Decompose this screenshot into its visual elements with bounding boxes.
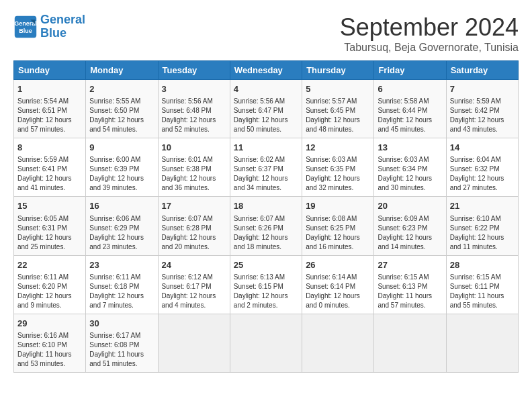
- day-info: Sunrise: 5:59 AM Sunset: 6:42 PM Dayligh…: [450, 97, 515, 134]
- calendar-cell: 2Sunrise: 5:55 AM Sunset: 6:50 PM Daylig…: [86, 80, 158, 138]
- calendar-cell: 14Sunrise: 6:04 AM Sunset: 6:32 PM Dayli…: [446, 138, 518, 197]
- calendar-cell: 8Sunrise: 5:59 AM Sunset: 6:41 PM Daylig…: [14, 138, 86, 197]
- calendar-cell: 4Sunrise: 5:56 AM Sunset: 6:47 PM Daylig…: [230, 80, 302, 138]
- day-info: Sunrise: 6:02 AM Sunset: 6:37 PM Dayligh…: [234, 155, 298, 193]
- day-info: Sunrise: 6:10 AM Sunset: 6:22 PM Dayligh…: [450, 214, 515, 252]
- day-number: 16: [89, 200, 154, 212]
- calendar-cell: 11Sunrise: 6:02 AM Sunset: 6:37 PM Dayli…: [230, 138, 302, 197]
- day-info: Sunrise: 6:09 AM Sunset: 6:23 PM Dayligh…: [378, 214, 442, 252]
- calendar-cell: 25Sunrise: 6:13 AM Sunset: 6:15 PM Dayli…: [230, 255, 302, 314]
- day-info: Sunrise: 6:07 AM Sunset: 6:28 PM Dayligh…: [162, 214, 226, 252]
- day-number: 18: [234, 200, 298, 212]
- calendar-cell: 20Sunrise: 6:09 AM Sunset: 6:23 PM Dayli…: [374, 197, 446, 255]
- day-info: Sunrise: 6:01 AM Sunset: 6:38 PM Dayligh…: [162, 155, 226, 193]
- calendar-cell: 29Sunrise: 6:16 AM Sunset: 6:10 PM Dayli…: [14, 314, 86, 372]
- day-number: 2: [89, 83, 154, 95]
- calendar-cell: 24Sunrise: 6:12 AM Sunset: 6:17 PM Dayli…: [158, 255, 230, 314]
- day-number: 4: [234, 83, 298, 95]
- day-number: 29: [17, 318, 82, 330]
- day-number: 28: [450, 259, 515, 271]
- day-number: 21: [450, 200, 515, 212]
- header-sunday: Sunday: [14, 61, 86, 80]
- month-title: September 2024: [340, 13, 519, 42]
- day-info: Sunrise: 6:03 AM Sunset: 6:34 PM Dayligh…: [378, 155, 442, 193]
- logo-icon: General Blue: [13, 15, 38, 39]
- day-number: 19: [306, 200, 370, 212]
- day-number: 23: [89, 259, 154, 271]
- week-row-3: 15Sunrise: 6:05 AM Sunset: 6:31 PM Dayli…: [14, 197, 519, 255]
- calendar-cell: 21Sunrise: 6:10 AM Sunset: 6:22 PM Dayli…: [446, 197, 518, 255]
- day-number: 20: [378, 200, 442, 212]
- day-info: Sunrise: 6:12 AM Sunset: 6:17 PM Dayligh…: [162, 273, 226, 310]
- calendar-cell: [158, 314, 230, 372]
- header-saturday: Saturday: [446, 61, 518, 80]
- calendar-cell: 23Sunrise: 6:11 AM Sunset: 6:18 PM Dayli…: [86, 255, 158, 314]
- calendar-cell: [446, 314, 518, 372]
- header-monday: Monday: [86, 61, 158, 80]
- day-info: Sunrise: 6:13 AM Sunset: 6:15 PM Dayligh…: [234, 273, 298, 310]
- calendar-cell: 16Sunrise: 6:06 AM Sunset: 6:29 PM Dayli…: [86, 197, 158, 255]
- day-number: 3: [162, 83, 226, 95]
- calendar-cell: 10Sunrise: 6:01 AM Sunset: 6:38 PM Dayli…: [158, 138, 230, 197]
- calendar-cell: 19Sunrise: 6:08 AM Sunset: 6:25 PM Dayli…: [302, 197, 374, 255]
- calendar-cell: 5Sunrise: 5:57 AM Sunset: 6:45 PM Daylig…: [302, 80, 374, 138]
- header-row: SundayMondayTuesdayWednesdayThursdayFrid…: [14, 61, 519, 80]
- header-friday: Friday: [374, 61, 446, 80]
- calendar-cell: 26Sunrise: 6:14 AM Sunset: 6:14 PM Dayli…: [302, 255, 374, 314]
- calendar-cell: 18Sunrise: 6:07 AM Sunset: 6:26 PM Dayli…: [230, 197, 302, 255]
- calendar-cell: 13Sunrise: 6:03 AM Sunset: 6:34 PM Dayli…: [374, 138, 446, 197]
- day-number: 13: [378, 142, 442, 154]
- day-info: Sunrise: 6:17 AM Sunset: 6:08 PM Dayligh…: [89, 331, 154, 369]
- logo-text: GeneralBlue: [40, 13, 85, 40]
- day-number: 15: [17, 200, 82, 212]
- day-number: 9: [89, 142, 154, 154]
- day-info: Sunrise: 5:55 AM Sunset: 6:50 PM Dayligh…: [89, 97, 154, 134]
- calendar-cell: [230, 314, 302, 372]
- day-info: Sunrise: 6:05 AM Sunset: 6:31 PM Dayligh…: [17, 214, 82, 252]
- week-row-2: 8Sunrise: 5:59 AM Sunset: 6:41 PM Daylig…: [14, 138, 519, 197]
- calendar-cell: 3Sunrise: 5:56 AM Sunset: 6:48 PM Daylig…: [158, 80, 230, 138]
- day-info: Sunrise: 6:16 AM Sunset: 6:10 PM Dayligh…: [17, 331, 82, 369]
- day-number: 1: [17, 83, 82, 95]
- day-number: 17: [162, 200, 226, 212]
- day-info: Sunrise: 6:08 AM Sunset: 6:25 PM Dayligh…: [306, 214, 370, 252]
- calendar-cell: 27Sunrise: 6:15 AM Sunset: 6:13 PM Dayli…: [374, 255, 446, 314]
- svg-text:Blue: Blue: [19, 28, 32, 34]
- calendar-table: SundayMondayTuesdayWednesdayThursdayFrid…: [13, 60, 519, 373]
- page-header: General Blue GeneralBlue September 2024 …: [13, 13, 519, 54]
- week-row-5: 29Sunrise: 6:16 AM Sunset: 6:10 PM Dayli…: [14, 314, 519, 372]
- day-number: 8: [17, 142, 82, 154]
- day-number: 5: [306, 83, 370, 95]
- day-info: Sunrise: 5:57 AM Sunset: 6:45 PM Dayligh…: [306, 97, 370, 134]
- day-number: 12: [306, 142, 370, 154]
- calendar-cell: 28Sunrise: 6:15 AM Sunset: 6:11 PM Dayli…: [446, 255, 518, 314]
- header-wednesday: Wednesday: [230, 61, 302, 80]
- day-number: 30: [89, 318, 154, 330]
- calendar-cell: 9Sunrise: 6:00 AM Sunset: 6:39 PM Daylig…: [86, 138, 158, 197]
- day-info: Sunrise: 5:54 AM Sunset: 6:51 PM Dayligh…: [17, 97, 82, 134]
- day-info: Sunrise: 6:00 AM Sunset: 6:39 PM Dayligh…: [89, 155, 154, 193]
- day-number: 24: [162, 259, 226, 271]
- day-info: Sunrise: 5:56 AM Sunset: 6:48 PM Dayligh…: [162, 97, 226, 134]
- header-thursday: Thursday: [302, 61, 374, 80]
- day-number: 26: [306, 259, 370, 271]
- day-number: 22: [17, 259, 82, 271]
- day-info: Sunrise: 6:11 AM Sunset: 6:18 PM Dayligh…: [89, 273, 154, 310]
- calendar-cell: [374, 314, 446, 372]
- day-number: 25: [234, 259, 298, 271]
- day-info: Sunrise: 5:56 AM Sunset: 6:47 PM Dayligh…: [234, 97, 298, 134]
- day-info: Sunrise: 6:15 AM Sunset: 6:11 PM Dayligh…: [450, 273, 515, 310]
- day-number: 6: [378, 83, 442, 95]
- day-number: 10: [162, 142, 226, 154]
- day-number: 27: [378, 259, 442, 271]
- subtitle: Tabursuq, Beja Governorate, Tunisia: [340, 42, 519, 54]
- title-area: September 2024 Tabursuq, Beja Governorat…: [340, 13, 519, 54]
- week-row-4: 22Sunrise: 6:11 AM Sunset: 6:20 PM Dayli…: [14, 255, 519, 314]
- calendar-cell: 12Sunrise: 6:03 AM Sunset: 6:35 PM Dayli…: [302, 138, 374, 197]
- header-tuesday: Tuesday: [158, 61, 230, 80]
- calendar-cell: 22Sunrise: 6:11 AM Sunset: 6:20 PM Dayli…: [14, 255, 86, 314]
- day-info: Sunrise: 5:59 AM Sunset: 6:41 PM Dayligh…: [17, 155, 82, 193]
- day-number: 14: [450, 142, 515, 154]
- day-info: Sunrise: 6:15 AM Sunset: 6:13 PM Dayligh…: [378, 273, 442, 310]
- day-info: Sunrise: 6:03 AM Sunset: 6:35 PM Dayligh…: [306, 155, 370, 193]
